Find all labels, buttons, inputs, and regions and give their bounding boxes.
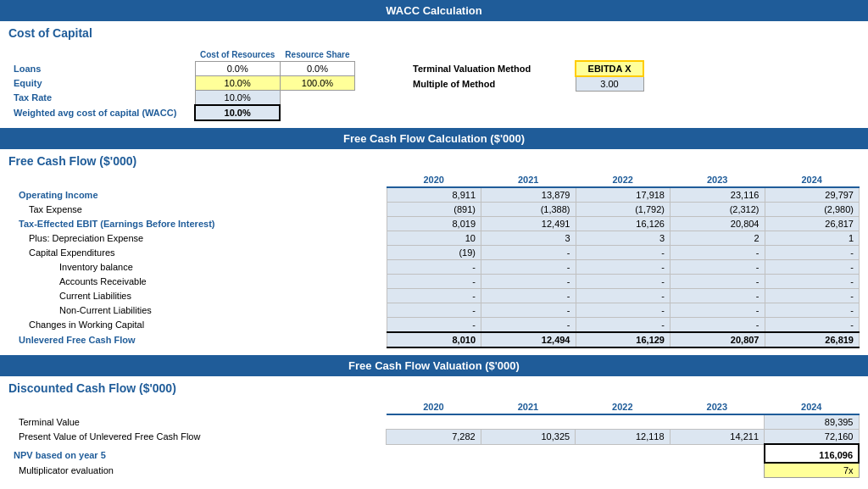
current-liabilities-label: Current Liabilities <box>8 289 387 303</box>
tax-expense-2024: (2,980) <box>765 203 860 217</box>
tax-expense-label: Tax Expense <box>8 203 387 217</box>
wc-2021: - <box>481 318 576 333</box>
wacc-section: Cost of Capital Cost of Resources Resour… <box>0 21 868 128</box>
cl-2021: - <box>481 289 576 303</box>
pv-2022: 12,118 <box>576 430 670 445</box>
val-title: Discounted Cash Flow ($'000) <box>0 376 868 397</box>
loans-label: Loans <box>8 62 195 76</box>
val-year-2023: 2023 <box>670 400 764 414</box>
terminal-label-1: Terminal Valuation Method <box>406 61 576 76</box>
depreciation-label: Plus: Depreciation Expense <box>8 231 387 246</box>
table-row: Tax Rate 10.0% <box>8 91 355 106</box>
equity-share[interactable]: 100.0% <box>280 76 354 91</box>
terminal-value-1[interactable]: EBITDA X <box>576 61 643 76</box>
ar-2023: - <box>670 275 765 289</box>
year-2020: 2020 <box>387 173 481 187</box>
pv-2020: 7,282 <box>387 430 481 445</box>
depreciation-2020: 10 <box>387 231 481 246</box>
table-row: Tax Expense (891) (1,388) (1,792) (2,312… <box>8 203 860 217</box>
tv-2022 <box>576 414 670 430</box>
inventory-2020: - <box>387 260 481 275</box>
npv-value: 116,096 <box>765 444 859 463</box>
terminal-label-2: Multiple of Method <box>406 76 576 92</box>
wc-2020: - <box>387 318 481 333</box>
ebit-2023: 20,804 <box>670 217 765 231</box>
ar-2020: - <box>387 275 481 289</box>
wc-2023: - <box>670 318 765 333</box>
col-header-cost: Cost of Resources <box>195 48 280 62</box>
ebit-2021: 12,491 <box>481 217 576 231</box>
npv-label: NPV based on year 5 <box>8 444 387 463</box>
capex-2020: (19) <box>387 246 481 260</box>
tax-rate-label: Tax Rate <box>8 91 195 106</box>
loans-share[interactable]: 0.0% <box>280 62 354 76</box>
tv-2020 <box>387 414 481 430</box>
depreciation-2021: 3 <box>481 231 576 246</box>
depreciation-2023: 2 <box>670 231 765 246</box>
val-year-2022: 2022 <box>576 400 670 414</box>
capex-2024: - <box>765 246 860 260</box>
ncl-2024: - <box>765 303 860 318</box>
ufcf-2020: 8,010 <box>387 332 481 347</box>
pv-2023: 14,211 <box>670 430 764 445</box>
table-row: Loans 0.0% 0.0% <box>8 62 355 76</box>
ufcf-label: Unlevered Free Cash Flow <box>8 332 387 347</box>
cl-2022: - <box>576 289 670 303</box>
ar-2021: - <box>481 275 576 289</box>
table-row: Non-Current Liabilities - - - - - <box>8 303 860 318</box>
terminal-row-1: Terminal Valuation Method EBITDA X <box>406 61 643 76</box>
year-2022: 2022 <box>576 173 670 187</box>
table-row: Capital Expenditures (19) - - - - <box>8 246 860 260</box>
val-year-2020: 2020 <box>387 400 481 414</box>
pv-2024: 72,160 <box>765 430 859 445</box>
table-row: Tax-Effected EBIT (Earnings Before Inter… <box>8 217 860 231</box>
cl-2023: - <box>670 289 765 303</box>
inventory-2023: - <box>670 260 765 275</box>
tax-expense-2021: (1,388) <box>481 203 576 217</box>
depreciation-2022: 3 <box>576 231 670 246</box>
inventory-2024: - <box>765 260 860 275</box>
pv-ufcf-label: Present Value of Unlevered Free Cash Flo… <box>8 430 387 445</box>
cl-2020: - <box>387 289 481 303</box>
fcf-section: Free Cash Flow ($'000) 2020 2021 2022 20… <box>0 149 868 355</box>
multiplicator-row: Multiplicator evaluation 7x <box>8 463 859 478</box>
terminal-row-2: Multiple of Method 3.00 <box>406 76 643 92</box>
val-year-2021: 2021 <box>481 400 575 414</box>
table-row: Unlevered Free Cash Flow 8,010 12,494 16… <box>8 332 860 347</box>
tax-expense-2020: (891) <box>387 203 481 217</box>
ncl-2023: - <box>670 303 765 318</box>
ufcf-2023: 20,807 <box>670 332 765 347</box>
equity-label: Equity <box>8 76 195 91</box>
operating-income-2022: 17,918 <box>576 187 670 203</box>
loans-cost[interactable]: 0.0% <box>195 62 280 76</box>
tax-rate-value: 10.0% <box>195 91 280 106</box>
main-title: WACC Calculation <box>0 0 868 21</box>
fcf-header: Free Cash Flow Calculation ($'000) <box>0 128 868 149</box>
ufcf-2021: 12,494 <box>481 332 576 347</box>
ncl-2022: - <box>576 303 670 318</box>
val-year-header-row: 2020 2021 2022 2023 2024 <box>8 400 859 414</box>
inventory-balance-label: Inventory balance <box>8 260 387 275</box>
col-header-share: Resource Share <box>280 48 354 62</box>
table-row: Plus: Depreciation Expense 10 3 3 2 1 <box>8 231 860 246</box>
fcf-title: Free Cash Flow ($'000) <box>0 149 868 169</box>
table-row: Terminal Value 89,395 <box>8 414 859 430</box>
capex-2021: - <box>481 246 576 260</box>
mult-value[interactable]: 7x <box>765 463 859 478</box>
tax-expense-2022: (1,792) <box>576 203 670 217</box>
table-row: Weighted avg cost of capital (WACC) 10.0… <box>8 105 355 120</box>
fcf-year-header-row: 2020 2021 2022 2023 2024 <box>8 173 860 187</box>
val-year-2024: 2024 <box>765 400 859 414</box>
capex-2022: - <box>576 246 670 260</box>
tv-2024: 89,395 <box>765 414 859 430</box>
ufcf-2022: 16,129 <box>576 332 670 347</box>
tv-2023 <box>670 414 764 430</box>
year-2023: 2023 <box>670 173 765 187</box>
inventory-2021: - <box>481 260 576 275</box>
equity-cost[interactable]: 10.0% <box>195 76 280 91</box>
table-row: Present Value of Unlevered Free Cash Flo… <box>8 430 859 445</box>
cl-2024: - <box>765 289 860 303</box>
mult-label: Multiplicator evaluation <box>8 463 387 478</box>
operating-income-2021: 13,879 <box>481 187 576 203</box>
terminal-value-2[interactable]: 3.00 <box>576 76 643 92</box>
